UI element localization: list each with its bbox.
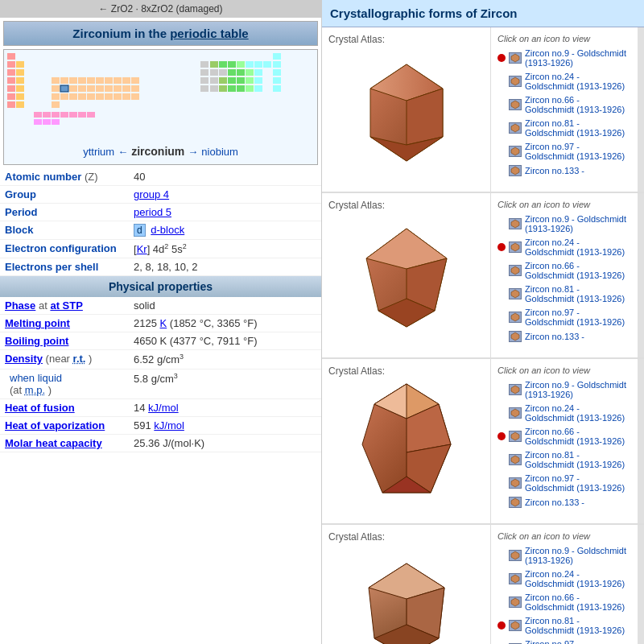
item-dot-2-2	[497, 243, 506, 251]
heat-fusion-link[interactable]: Heat of fusion	[5, 402, 75, 414]
svg-rect-51	[105, 85, 113, 92]
heat-vap-link[interactable]: Heat of vaporization	[5, 419, 105, 431]
svg-rect-67	[69, 93, 77, 100]
svg-marker-123	[511, 479, 519, 487]
crystal-list-item-2-1[interactable]: Zircon no.9 - Goldschmidt (1913-1926)	[497, 214, 631, 233]
svg-rect-41	[254, 77, 262, 84]
scrollbar-hint-1[interactable]	[638, 27, 644, 192]
molar-heat-link[interactable]: Molar heat capacity	[5, 437, 102, 449]
group-link[interactable]: group 4	[134, 188, 169, 200]
svg-rect-11	[263, 61, 271, 68]
svg-rect-28	[78, 77, 86, 84]
crystal-list-item-1-1[interactable]: Zircon no.9 - Goldschmidt (1913-1926)	[497, 48, 631, 68]
item-icon-3-3	[509, 431, 522, 442]
svg-rect-17	[219, 69, 227, 76]
crystal-list-item-2-4[interactable]: Zircon no.81 - Goldschmidt (1913-1926)	[497, 284, 631, 303]
crystal-image-1[interactable]	[328, 48, 484, 185]
density-link[interactable]: Density	[5, 353, 43, 365]
crystal-list-item-3-5[interactable]: Zircon no.97 - Goldschmidt (1913-1926)	[497, 473, 631, 493]
item-icon-1-5	[509, 146, 522, 157]
crystal-list-item-4-4[interactable]: Zircon no.81 - Goldschmidt (1913-1926)	[497, 616, 631, 635]
svg-rect-22	[273, 69, 281, 76]
boiling-point-label: Boiling point	[0, 332, 129, 350]
phase-link[interactable]: Phase	[5, 299, 35, 312]
svg-rect-15	[200, 69, 208, 76]
click-label-2: Click on an icon to view	[497, 200, 631, 209]
item-label-4-3: Zircon no.66 - Goldschmidt (1913-1926)	[525, 592, 631, 612]
boiling-link[interactable]: Boiling point	[5, 335, 68, 347]
item-icon-2-6	[509, 331, 522, 342]
svg-marker-100	[511, 124, 519, 132]
svg-rect-42	[273, 77, 281, 84]
kr-link[interactable]: Kr	[137, 243, 147, 255]
item-icon-2-5	[509, 312, 522, 323]
section-title: Zirconium in the periodic table	[3, 21, 318, 46]
melting-point-row: Melting point 2125 K (1852 °C, 3365 °F)	[0, 315, 321, 332]
svg-marker-120	[511, 409, 519, 417]
prev-element-link[interactable]: yttrium	[83, 146, 114, 158]
svg-marker-121	[511, 432, 519, 440]
crystal-list-item-1-5[interactable]: Zircon no.97 - Goldschmidt (1913-1926)	[497, 142, 631, 161]
item-dot-4-1	[497, 551, 506, 559]
block-link[interactable]: d-block	[151, 224, 184, 236]
svg-rect-80	[52, 112, 60, 118]
kelvin-link[interactable]: K	[160, 317, 167, 329]
periodic-nav: yttrium ← zirconium → niobium	[7, 142, 314, 161]
item-icon-3-5	[509, 477, 522, 489]
item-icon-3-2	[509, 407, 522, 419]
item-label-2-2: Zircon no.24 - Goldschmidt (1913-1926)	[525, 237, 631, 257]
svg-rect-82	[69, 112, 77, 118]
crystal-list-item-2-6[interactable]: Zircon no.133 -	[497, 331, 631, 342]
top-bar: ← ZrO2 · 8xZrO2 (damaged)	[0, 0, 321, 18]
item-dot-2-6	[497, 332, 506, 341]
crystal-list-item-4-3[interactable]: Zircon no.66 - Goldschmidt (1913-1926)	[497, 592, 631, 612]
crystal-list-item-2-5[interactable]: Zircon no.97 - Goldschmidt (1913-1926)	[497, 308, 631, 327]
crystal-image-4[interactable]	[328, 546, 484, 644]
scrollbar-hint-4[interactable]	[638, 525, 644, 644]
period-link[interactable]: period 5	[134, 206, 171, 218]
svg-rect-56	[210, 85, 218, 92]
crystal-list-item-1-4[interactable]: Zircon no.81 - Goldschmidt (1913-1926)	[497, 118, 631, 138]
crystal-list-item-3-3[interactable]: Zircon no.66 - Goldschmidt (1913-1926)	[497, 427, 631, 446]
svg-rect-55	[200, 85, 208, 92]
item-dot-2-1	[497, 220, 506, 228]
click-label-1: Click on an icon to view	[497, 34, 631, 43]
stp-link[interactable]: at STP	[50, 299, 82, 312]
item-label-3-3: Zircon no.66 - Goldschmidt (1913-1926)	[525, 427, 631, 446]
crystal-list-item-4-2[interactable]: Zircon no.24 - Goldschmidt (1913-1926)	[497, 569, 631, 588]
scrollbar-hint-2[interactable]	[638, 193, 644, 357]
crystal-list-item-3-4[interactable]: Zircon no.81 - Goldschmidt (1913-1926)	[497, 450, 631, 469]
kjmol-link-1[interactable]: kJ/mol	[148, 402, 179, 414]
kjmol-link-2[interactable]: kJ/mol	[154, 419, 184, 431]
crystal-list-item-4-1[interactable]: Zircon no.9 - Goldschmidt (1913-1926)	[497, 546, 631, 565]
svg-marker-101	[511, 147, 519, 155]
density-row: Density (near r.t. ) 6.52 g/cm3	[0, 350, 321, 369]
scrollbar-hint-3[interactable]	[638, 359, 644, 523]
crystal-list-item-1-2[interactable]: Zircon no.24 - Goldschmidt (1913-1926)	[497, 72, 631, 91]
crystal-list-item-1-6[interactable]: Zircon no.133 -	[497, 165, 631, 176]
svg-rect-62	[273, 85, 281, 92]
crystal-atlas-label-3: Crystal Atlas:	[328, 365, 484, 377]
svg-rect-39	[237, 77, 245, 84]
crystal-list-item-2-2[interactable]: Zircon no.24 - Goldschmidt (1913-1926)	[497, 237, 631, 257]
crystal-image-2[interactable]	[328, 214, 484, 351]
svg-rect-43	[7, 85, 15, 92]
crystal-image-3[interactable]	[328, 380, 484, 517]
svg-rect-4	[200, 61, 208, 68]
next-element-link[interactable]: niobium	[201, 146, 238, 158]
crystal-list-item-3-2[interactable]: Zircon no.24 - Goldschmidt (1913-1926)	[497, 403, 631, 423]
svg-rect-38	[228, 77, 236, 84]
crystal-list-item-4-5[interactable]: Zircon no.97 - Goldschmidt (1913-1926)	[497, 639, 631, 644]
crystal-list-item-3-6[interactable]: Zircon no.133 -	[497, 497, 631, 508]
melting-link[interactable]: Melting point	[5, 317, 70, 329]
crystal-list-item-2-3[interactable]: Zircon no.66 - Goldschmidt (1913-1926)	[497, 261, 631, 280]
item-icon-4-3	[509, 597, 522, 608]
item-dot-1-6	[497, 167, 506, 175]
crystal-list-item-3-1[interactable]: Zircon no.9 - Goldschmidt (1913-1926)	[497, 380, 631, 399]
crystal-section-2: Crystal Atlas: Click on an icon to viewZ…	[322, 193, 644, 359]
crystal-list-item-1-3[interactable]: Zircon no.66 - Goldschmidt (1913-1926)	[497, 95, 631, 114]
block-label: Block	[0, 221, 129, 240]
svg-rect-69	[87, 93, 95, 100]
group-label: Group	[0, 186, 129, 204]
item-dot-3-2	[497, 409, 506, 417]
